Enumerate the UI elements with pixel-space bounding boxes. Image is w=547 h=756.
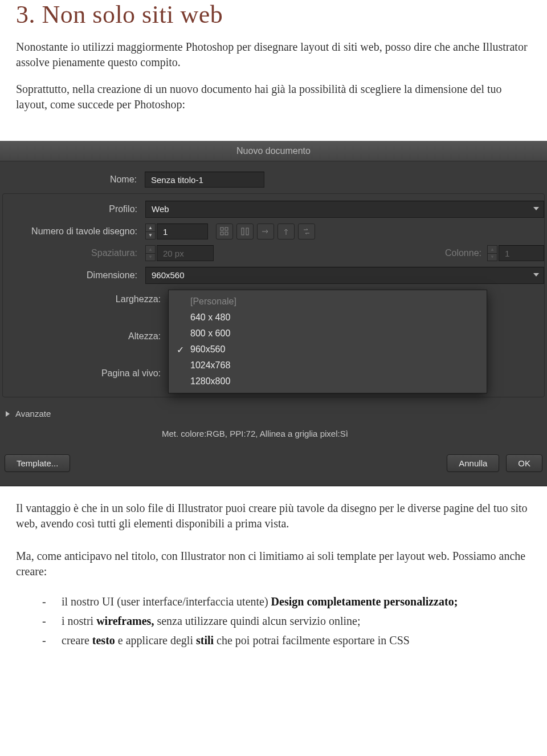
layout-row-right-icon[interactable] xyxy=(257,223,274,239)
label-spaziatura: Spaziatura: xyxy=(3,248,145,258)
ok-button[interactable]: OK xyxy=(506,454,542,472)
label-colonne: Colonne: xyxy=(445,248,487,258)
label-altezza: Altezza: xyxy=(15,327,169,345)
annulla-button[interactable]: Annulla xyxy=(447,454,499,472)
svg-rect-5 xyxy=(246,228,248,235)
dimensione-value: 960x560 xyxy=(152,270,185,280)
profilo-select[interactable]: Web xyxy=(145,201,544,218)
layout-grid-z-icon[interactable] xyxy=(216,223,233,239)
num-tavole-input[interactable]: 1 xyxy=(157,223,208,239)
size-option-800x600[interactable]: 800 x 600 xyxy=(169,326,487,342)
label-dimensione: Dimensione: xyxy=(3,270,145,281)
color-meta-line: Met. colore:RGB, PPI:72, Allinea a grigl… xyxy=(162,429,547,438)
section-heading: 3. Non solo siti web xyxy=(16,0,531,29)
svg-rect-1 xyxy=(225,227,228,230)
label-num-tavole: Numero di tavole disegno: xyxy=(3,226,145,237)
colonne-input: 1 xyxy=(499,245,544,261)
dimensione-dropdown-panel: Larghezza: Altezza: Pagina al vivo: [Per… xyxy=(168,290,487,393)
size-option-960x560[interactable]: 960x560 xyxy=(169,342,487,357)
after-paragraph-2: Ma, come anticipavo nel titolo, con Illu… xyxy=(16,548,531,579)
label-pagina-vivo: Pagina al vivo: xyxy=(15,364,169,382)
layout-row-up-icon[interactable] xyxy=(277,223,295,239)
template-button[interactable]: Template... xyxy=(5,454,70,472)
size-option-personale[interactable]: [Personale] xyxy=(169,294,487,310)
chevron-down-icon xyxy=(533,207,539,210)
new-document-dialog: Nuovo documento Nome: Senza titolo-1 Pro… xyxy=(0,141,547,486)
spaziatura-input: 20 px xyxy=(157,245,214,261)
nome-input[interactable]: Senza titolo-1 xyxy=(145,172,264,188)
dimensione-select[interactable]: 960x560 xyxy=(145,267,544,284)
list-item: il nostro UI (user interface/interfaccia… xyxy=(42,593,531,610)
list-item: creare testo e applicare degli stili che… xyxy=(42,632,531,649)
intro-paragraph-2: Soprattutto, nella creazione di un nuovo… xyxy=(16,82,531,112)
settings-group: Profilo: Web Numero di tavole disegno: ▲… xyxy=(2,193,545,397)
size-option-1024x768[interactable]: 1024x768 xyxy=(169,357,487,373)
intro-paragraph-1: Nonostante io utilizzi maggiormente Phot… xyxy=(16,39,531,70)
spaziatura-stepper: ▲▼ xyxy=(145,245,156,261)
size-option-640x480[interactable]: 640 x 480 xyxy=(169,310,487,326)
label-nome: Nome: xyxy=(0,174,145,185)
size-option-1280x800[interactable]: 1280x800 xyxy=(169,373,487,389)
num-tavole-stepper[interactable]: ▲▼ xyxy=(145,223,156,239)
label-larghezza: Larghezza: xyxy=(15,290,169,308)
dialog-title: Nuovo documento xyxy=(0,141,547,161)
svg-rect-0 xyxy=(221,227,223,230)
triangle-right-icon xyxy=(6,411,10,417)
profilo-value: Web xyxy=(152,204,169,214)
label-profilo: Profilo: xyxy=(3,204,145,214)
svg-rect-4 xyxy=(242,228,244,235)
list-item: i nostri wireframes, senza utilizzare qu… xyxy=(42,612,531,629)
chevron-down-icon xyxy=(533,273,539,277)
colonne-stepper: ▲▼ xyxy=(487,245,497,261)
advanced-label: Avanzate xyxy=(15,409,51,418)
feature-list: il nostro UI (user interface/interfaccia… xyxy=(42,593,531,649)
after-paragraph-1: Il vantaggio è che in un solo file di Il… xyxy=(16,501,531,531)
layout-grid-n-icon[interactable] xyxy=(236,223,254,239)
svg-rect-2 xyxy=(221,232,223,235)
svg-rect-3 xyxy=(225,232,228,235)
layout-flip-icon[interactable] xyxy=(298,223,315,239)
advanced-disclosure[interactable]: Avanzate xyxy=(0,403,547,421)
